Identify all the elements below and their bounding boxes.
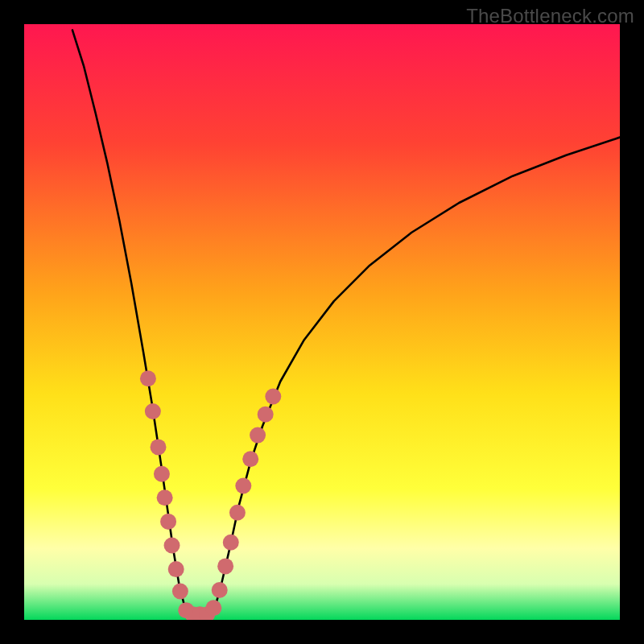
marker-dot bbox=[242, 451, 258, 467]
marker-dot bbox=[205, 600, 221, 616]
marker-dot bbox=[250, 427, 266, 444]
marker-dot bbox=[235, 478, 251, 494]
marker-dot bbox=[265, 389, 281, 405]
marker-dot bbox=[140, 370, 156, 386]
marker-dot bbox=[160, 514, 176, 530]
plot-area bbox=[24, 24, 620, 620]
chart-frame: TheBottleneck.com bbox=[0, 0, 644, 644]
marker-dot bbox=[151, 439, 167, 455]
gradient-bg bbox=[24, 24, 620, 620]
marker-dot bbox=[172, 583, 188, 599]
marker-dot bbox=[154, 466, 170, 482]
watermark-text: TheBottleneck.com bbox=[466, 5, 634, 27]
marker-dot bbox=[157, 489, 173, 506]
marker-dot bbox=[229, 505, 246, 521]
marker-dot bbox=[168, 561, 184, 577]
chart-svg bbox=[24, 24, 620, 620]
marker-dot bbox=[223, 535, 239, 551]
marker-dot bbox=[217, 558, 233, 574]
marker-dot bbox=[164, 538, 180, 554]
marker-dot bbox=[212, 582, 228, 598]
marker-dot bbox=[258, 407, 274, 423]
marker-dot bbox=[145, 403, 161, 419]
